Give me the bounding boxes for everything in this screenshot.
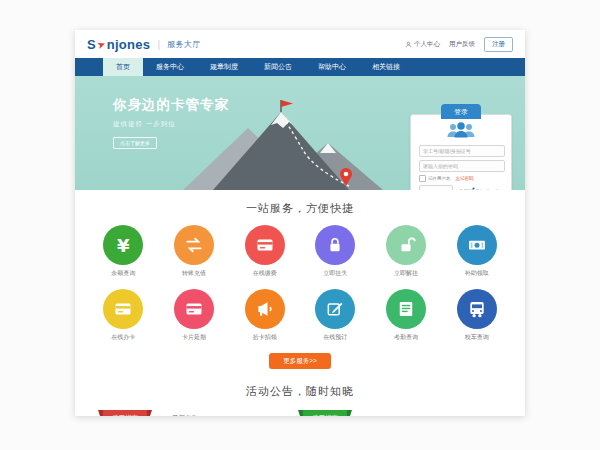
announcements-tabs: 使用指南 最新公告 更多>> 使用指南 更多>>	[75, 408, 525, 416]
service-item[interactable]: 在线缴费	[229, 225, 300, 278]
more-services-button[interactable]: 更多服务>>	[269, 353, 331, 369]
main-nav: 首页服务中心规章制度新闻公告帮助中心相关链接	[75, 58, 525, 76]
remember-checkbox[interactable]	[419, 175, 426, 182]
nav-item-link[interactable]: 新闻公告	[251, 58, 305, 76]
bus-icon	[457, 289, 497, 329]
card-icon	[103, 289, 143, 329]
service-label: 在线预订	[300, 333, 371, 342]
service-label: 补助领取	[441, 269, 512, 278]
unlock-icon	[386, 225, 426, 265]
login-panel: 登录 记住用户名 忘记密码 cyj	[410, 114, 512, 190]
nav-item-link[interactable]: 帮助中心	[305, 58, 359, 76]
service-label: 在线缴费	[229, 269, 300, 278]
announcements-title: 活动公告，随时知晓	[75, 384, 525, 399]
service-label: 拾卡招领	[229, 333, 300, 342]
more-link-left[interactable]: 更多>>	[278, 415, 294, 416]
login-options: 记住用户名 忘记密码	[419, 175, 503, 182]
list-icon	[386, 289, 426, 329]
nav-item-home-active[interactable]: 首页	[103, 58, 143, 76]
service-label: 在线办卡	[88, 333, 159, 342]
login-body: 记住用户名 忘记密码 cyjp 换一张 登录	[411, 115, 511, 190]
captcha-row: cyjp 换一张	[419, 185, 503, 190]
banner-copy: 你身边的卡管专家 提供捷径 一步到位 点击了解更多	[113, 96, 229, 149]
remember-label: 记住用户名	[428, 176, 451, 181]
card-icon	[174, 289, 214, 329]
guide-ribbon-right[interactable]: 使用指南	[303, 410, 347, 416]
banner-headline: 你身边的卡管专家	[113, 96, 229, 114]
captcha-input[interactable]	[419, 185, 453, 190]
header-links: 个人中心 用户反馈 注册	[405, 37, 513, 52]
password-input[interactable]	[419, 160, 505, 172]
card-icon	[245, 225, 285, 265]
service-item[interactable]: 在线预订	[300, 289, 371, 342]
users-group-icon	[419, 122, 503, 142]
transfer-icon	[174, 225, 214, 265]
banknote-icon	[457, 225, 497, 265]
service-item[interactable]: 拾卡招领	[229, 289, 300, 342]
service-item[interactable]: 考勤查询	[371, 289, 442, 342]
edit-icon	[315, 289, 355, 329]
service-item[interactable]: 补助领取	[441, 225, 512, 278]
latest-news-tab[interactable]: 最新公告	[172, 414, 198, 416]
service-label: 考勤查询	[371, 333, 442, 342]
service-item[interactable]: 转账充值	[159, 225, 230, 278]
login-tab[interactable]: 登录	[441, 104, 481, 119]
nav-item-link[interactable]: 服务中心	[143, 58, 197, 76]
nav-item-link[interactable]: 相关链接	[359, 58, 413, 76]
user-feedback-link[interactable]: 用户反馈	[449, 40, 475, 49]
register-button[interactable]: 注册	[484, 37, 513, 52]
logo-tagline: 服务大厅	[167, 39, 200, 50]
services-grid: ¥余额查询转账充值在线缴费立即挂失立即解挂补助领取在线办卡卡片延期拾卡招领在线预…	[88, 225, 512, 342]
page: S➤njones | 服务大厅 个人中心 用户反馈 注册 首页服务中心规章制度新…	[75, 30, 525, 416]
person-icon	[405, 41, 412, 48]
guide-ribbon-left[interactable]: 使用指南	[103, 410, 147, 416]
logo-text-s: S	[87, 37, 96, 52]
yen-icon: ¥	[103, 225, 143, 265]
service-label: 校车查询	[441, 333, 512, 342]
nav-item-link[interactable]: 规章制度	[197, 58, 251, 76]
service-label: 卡片延期	[159, 333, 230, 342]
megaphone-icon	[245, 289, 285, 329]
header: S➤njones | 服务大厅 个人中心 用户反馈 注册	[75, 30, 525, 58]
personal-center-link[interactable]: 个人中心	[405, 40, 440, 49]
more-link-right[interactable]: 更多>>	[499, 415, 515, 416]
banner-cta-button[interactable]: 点击了解更多	[113, 137, 157, 149]
service-item[interactable]: 立即解挂	[371, 225, 442, 278]
hero-banner: 你身边的卡管专家 提供捷径 一步到位 点击了解更多 登录	[75, 76, 525, 190]
service-label: 立即挂失	[300, 269, 371, 278]
service-label: 转账充值	[159, 269, 230, 278]
logo: S➤njones | 服务大厅	[87, 37, 200, 52]
banner-subtitle: 提供捷径 一步到位	[113, 120, 229, 129]
service-label: 立即解挂	[371, 269, 442, 278]
username-input[interactable]	[419, 145, 505, 157]
logo-divider: |	[157, 39, 160, 50]
services-title: 一站服务，方便快捷	[75, 201, 525, 216]
service-item[interactable]: ¥余额查询	[88, 225, 159, 278]
service-item[interactable]: 校车查询	[441, 289, 512, 342]
service-item[interactable]: 在线办卡	[88, 289, 159, 342]
captcha-image: cyjp	[456, 186, 483, 191]
captcha-refresh-link[interactable]: 换一张	[486, 189, 500, 191]
forgot-password-link[interactable]: 忘记密码	[456, 176, 474, 181]
logo-text-rest: njones	[107, 37, 151, 52]
service-label: 余额查询	[88, 269, 159, 278]
lock-icon	[315, 225, 355, 265]
service-item[interactable]: 卡片延期	[159, 289, 230, 342]
service-item[interactable]: 立即挂失	[300, 225, 371, 278]
logo-swoosh-icon: ➤	[95, 37, 107, 50]
